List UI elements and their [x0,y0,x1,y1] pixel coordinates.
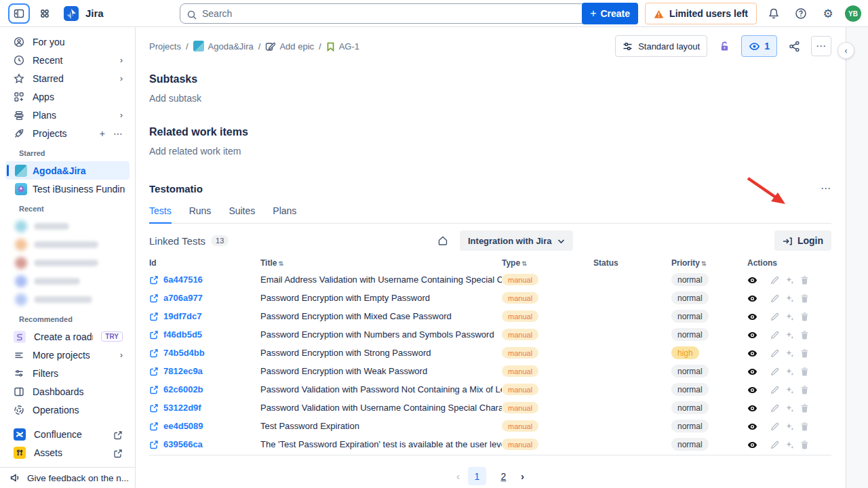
recent-item-blurred[interactable] [0,217,135,235]
edit-test-button[interactable] [770,293,779,303]
page-prev-button[interactable]: ‹ [456,470,460,482]
edit-test-button[interactable] [770,384,779,394]
watchers-button[interactable]: 1 [741,35,777,57]
give-feedback-button[interactable]: Give feedback on the n... [0,467,135,488]
view-test-button[interactable] [747,439,757,449]
delete-test-button[interactable] [800,348,809,358]
sidebar-item-operations[interactable]: Operations [4,401,131,419]
app-switcher-button[interactable] [35,4,54,23]
page-2-button[interactable]: 2 [494,467,513,485]
sidebar-project-agoda-jira[interactable]: Agoda&Jira [5,161,130,180]
delete-test-button[interactable] [800,274,809,285]
home-button[interactable] [435,233,450,248]
edit-test-button[interactable] [770,311,779,321]
test-id-link[interactable]: 74b5d4bb [149,348,260,359]
delete-test-button[interactable] [800,439,809,449]
sidebar-item-projects[interactable]: Projects + ⋯ [4,124,131,142]
test-id-link[interactable]: 53122d9f [149,403,260,413]
ai-sparkle-button[interactable] [785,384,794,394]
ai-sparkle-button[interactable] [785,274,794,285]
edit-test-button[interactable] [770,348,779,358]
sidebar-item-assets[interactable]: Assets [4,443,131,462]
col-header-priority[interactable]: Priority⇅ [671,258,747,268]
ai-sparkle-button[interactable] [785,421,794,431]
testomatio-more-button[interactable]: ⋯ [821,182,831,195]
breadcrumb-add-epic[interactable]: Add epic [265,41,314,52]
view-test-button[interactable] [747,403,757,413]
sidebar-item-dashboards[interactable]: Dashboards [4,382,131,401]
delete-test-button[interactable] [800,293,809,303]
view-test-button[interactable] [747,421,757,431]
add-project-icon[interactable]: + [100,128,105,139]
panel-collapse-button[interactable]: ‹ [837,42,854,59]
tab-tests[interactable]: Tests [149,205,172,224]
col-header-id[interactable]: Id [149,258,260,268]
delete-test-button[interactable] [800,329,809,340]
limited-users-button[interactable]: Limited users left [645,3,757,24]
sidebar-item-filters[interactable]: Filters [4,364,131,382]
edit-test-button[interactable] [770,274,779,285]
sidebar-item-recent[interactable]: Recent › [4,51,131,69]
col-header-title[interactable]: Title⇅ [260,258,502,268]
notifications-button[interactable] [764,3,784,24]
test-id-link[interactable]: 6a447516 [149,274,260,285]
add-related-item-button[interactable]: Add related work item [149,146,831,157]
tab-runs[interactable]: Runs [189,205,212,223]
ai-sparkle-button[interactable] [785,293,794,303]
view-test-button[interactable] [747,384,757,394]
test-id-link[interactable]: 62c6002b [149,384,260,395]
tab-suites[interactable]: Suites [229,205,255,223]
view-test-button[interactable] [747,311,757,321]
recent-item-blurred[interactable] [0,272,135,290]
test-id-link[interactable]: 19df7dc7 [149,311,260,322]
test-id-link[interactable]: 639566ca [149,439,260,450]
sidebar-item-apps[interactable]: Apps [4,87,131,106]
sidebar-item-create-roadmap[interactable]: Create a roadmap TRY [4,327,131,346]
view-test-button[interactable] [747,329,757,340]
ai-sparkle-button[interactable] [785,403,794,413]
sidebar-item-more-projects[interactable]: More projects › [4,346,131,364]
search-input[interactable] [180,3,624,24]
recent-item-blurred[interactable] [0,253,135,272]
ai-sparkle-button[interactable] [785,439,794,449]
delete-test-button[interactable] [800,384,809,394]
view-test-button[interactable] [747,348,757,358]
ai-sparkle-button[interactable] [785,348,794,358]
more-actions-button[interactable]: ⋯ [811,36,831,56]
edit-test-button[interactable] [770,439,779,449]
tab-plans[interactable]: Plans [273,205,296,223]
ai-sparkle-button[interactable] [785,366,794,376]
sidebar-toggle-button[interactable] [8,3,30,24]
test-id-link[interactable]: a706a977 [149,293,260,304]
breadcrumb-projects[interactable]: Projects [149,41,181,52]
test-id-link[interactable]: f46db5d5 [149,329,260,340]
ai-sparkle-button[interactable] [785,329,794,340]
view-test-button[interactable] [747,366,757,376]
sidebar-item-starred[interactable]: Starred › [4,69,131,87]
edit-test-button[interactable] [770,329,779,340]
test-id-link[interactable]: ee4d5089 [149,421,260,432]
test-id-link[interactable]: 7812ec9a [149,366,260,377]
page-1-button[interactable]: 1 [468,467,486,485]
delete-test-button[interactable] [800,403,809,413]
recent-item-blurred[interactable] [0,290,135,308]
share-button[interactable] [784,36,804,56]
edit-test-button[interactable] [770,366,779,376]
sidebar-project-ibusiness[interactable]: Test iBusiness Funding [5,180,130,198]
breadcrumb-issue[interactable]: AG-1 [326,41,359,52]
integration-dropdown[interactable]: Integration with Jira [460,230,573,251]
breadcrumb-project[interactable]: Agoda&Jira [193,41,254,52]
edit-test-button[interactable] [770,421,779,431]
edit-test-button[interactable] [770,403,779,413]
col-header-type[interactable]: Type⇅ [502,258,593,268]
login-button[interactable]: Login [774,230,831,251]
help-button[interactable] [791,3,811,24]
view-test-button[interactable] [747,274,757,285]
projects-more-icon[interactable]: ⋯ [113,128,123,139]
sidebar-item-plans[interactable]: Plans › [4,106,131,124]
settings-button[interactable]: ⚙ [818,3,838,24]
recent-item-blurred[interactable] [0,235,135,253]
delete-test-button[interactable] [800,311,809,321]
standard-layout-button[interactable]: Standard layout [615,35,707,57]
avatar[interactable]: YB [845,5,861,22]
